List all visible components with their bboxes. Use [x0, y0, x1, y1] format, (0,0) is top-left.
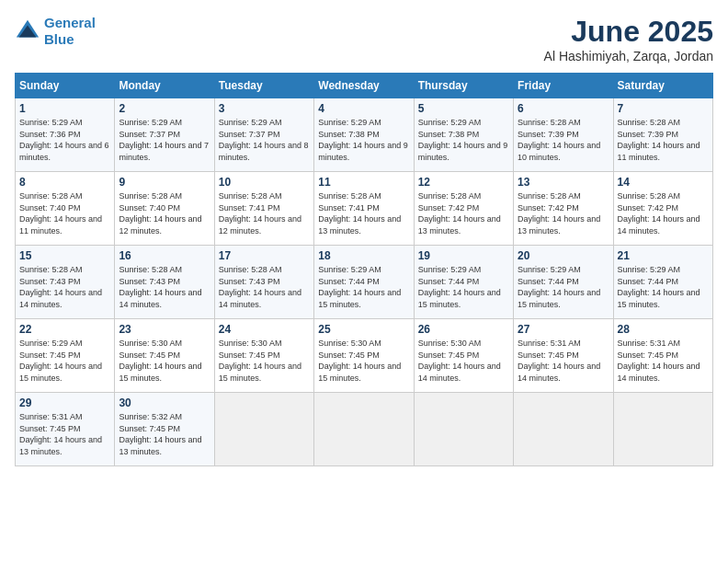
calendar-cell [314, 393, 414, 466]
calendar-cell: 10Sunrise: 5:28 AMSunset: 7:41 PMDayligh… [214, 172, 313, 246]
header-day-tuesday: Tuesday [214, 74, 313, 98]
calendar-cell: 19Sunrise: 5:29 AMSunset: 7:44 PMDayligh… [414, 246, 513, 319]
day-number: 14 [618, 176, 709, 189]
day-number: 24 [219, 323, 310, 336]
calendar-week-row: 29Sunrise: 5:31 AMSunset: 7:45 PMDayligh… [16, 393, 713, 466]
day-number: 3 [219, 102, 310, 115]
day-number: 9 [119, 176, 210, 189]
calendar-cell: 26Sunrise: 5:30 AMSunset: 7:45 PMDayligh… [414, 319, 513, 393]
day-number: 18 [318, 249, 409, 262]
day-info: Sunrise: 5:29 AMSunset: 7:44 PMDaylight:… [318, 264, 409, 310]
day-number: 22 [19, 323, 110, 336]
day-number: 10 [219, 176, 310, 189]
logo-text: General Blue [44, 15, 96, 48]
day-number: 2 [119, 102, 210, 115]
logo-line1: General [44, 15, 96, 30]
day-number: 8 [19, 176, 110, 189]
day-info: Sunrise: 5:29 AMSunset: 7:44 PMDaylight:… [618, 264, 709, 310]
calendar-cell: 27Sunrise: 5:31 AMSunset: 7:45 PMDayligh… [514, 319, 613, 393]
day-number: 5 [418, 102, 509, 115]
day-info: Sunrise: 5:28 AMSunset: 7:43 PMDaylight:… [219, 264, 310, 310]
day-info: Sunrise: 5:29 AMSunset: 7:37 PMDaylight:… [219, 117, 310, 163]
day-number: 23 [119, 323, 210, 336]
day-info: Sunrise: 5:28 AMSunset: 7:42 PMDaylight:… [618, 190, 709, 236]
day-info: Sunrise: 5:28 AMSunset: 7:41 PMDaylight:… [219, 190, 310, 236]
day-number: 30 [119, 396, 210, 409]
day-number: 21 [618, 249, 709, 262]
calendar-cell: 3Sunrise: 5:29 AMSunset: 7:37 PMDaylight… [214, 98, 313, 172]
day-info: Sunrise: 5:29 AMSunset: 7:44 PMDaylight:… [518, 264, 609, 310]
calendar-table: SundayMondayTuesdayWednesdayThursdayFrid… [15, 73, 713, 466]
day-number: 25 [318, 323, 409, 336]
calendar-cell: 12Sunrise: 5:28 AMSunset: 7:42 PMDayligh… [414, 172, 513, 246]
day-number: 17 [219, 249, 310, 262]
day-info: Sunrise: 5:28 AMSunset: 7:40 PMDaylight:… [19, 190, 110, 236]
logo-line2: Blue [44, 31, 74, 47]
logo: General Blue [15, 15, 96, 48]
day-number: 29 [19, 396, 110, 409]
calendar-cell: 28Sunrise: 5:31 AMSunset: 7:45 PMDayligh… [613, 319, 712, 393]
calendar-cell: 29Sunrise: 5:31 AMSunset: 7:45 PMDayligh… [16, 393, 115, 466]
day-number: 15 [19, 249, 110, 262]
calendar-cell: 4Sunrise: 5:29 AMSunset: 7:38 PMDaylight… [314, 98, 414, 172]
day-info: Sunrise: 5:31 AMSunset: 7:45 PMDaylight:… [618, 338, 709, 384]
day-number: 19 [418, 249, 509, 262]
day-number: 20 [518, 249, 609, 262]
calendar-cell [414, 393, 513, 466]
calendar-cell: 16Sunrise: 5:28 AMSunset: 7:43 PMDayligh… [115, 246, 214, 319]
header-day-monday: Monday [115, 74, 214, 98]
day-info: Sunrise: 5:28 AMSunset: 7:43 PMDaylight:… [119, 264, 210, 310]
header-day-thursday: Thursday [414, 74, 513, 98]
day-number: 12 [418, 176, 509, 189]
calendar-cell: 8Sunrise: 5:28 AMSunset: 7:40 PMDaylight… [16, 172, 115, 246]
calendar-cell [214, 393, 313, 466]
day-info: Sunrise: 5:31 AMSunset: 7:45 PMDaylight:… [19, 411, 110, 457]
day-info: Sunrise: 5:29 AMSunset: 7:36 PMDaylight:… [19, 117, 110, 163]
day-info: Sunrise: 5:28 AMSunset: 7:41 PMDaylight:… [318, 190, 409, 236]
header-day-saturday: Saturday [613, 74, 712, 98]
logo-icon [15, 18, 40, 44]
calendar-cell: 5Sunrise: 5:29 AMSunset: 7:38 PMDaylight… [414, 98, 513, 172]
calendar-cell: 7Sunrise: 5:28 AMSunset: 7:39 PMDaylight… [613, 98, 712, 172]
calendar-header-row: SundayMondayTuesdayWednesdayThursdayFrid… [16, 74, 713, 98]
day-info: Sunrise: 5:28 AMSunset: 7:39 PMDaylight:… [518, 117, 609, 163]
calendar-cell: 22Sunrise: 5:29 AMSunset: 7:45 PMDayligh… [16, 319, 115, 393]
header-day-friday: Friday [514, 74, 613, 98]
calendar-subtitle: Al Hashimiyah, Zarqa, Jordan [544, 49, 713, 63]
day-info: Sunrise: 5:30 AMSunset: 7:45 PMDaylight:… [318, 338, 409, 384]
calendar-cell: 24Sunrise: 5:30 AMSunset: 7:45 PMDayligh… [214, 319, 313, 393]
day-info: Sunrise: 5:30 AMSunset: 7:45 PMDaylight:… [418, 338, 509, 384]
calendar-week-row: 8Sunrise: 5:28 AMSunset: 7:40 PMDaylight… [16, 172, 713, 246]
day-info: Sunrise: 5:31 AMSunset: 7:45 PMDaylight:… [518, 338, 609, 384]
day-info: Sunrise: 5:29 AMSunset: 7:38 PMDaylight:… [318, 117, 409, 163]
calendar-cell: 13Sunrise: 5:28 AMSunset: 7:42 PMDayligh… [514, 172, 613, 246]
calendar-cell: 11Sunrise: 5:28 AMSunset: 7:41 PMDayligh… [314, 172, 414, 246]
day-number: 16 [119, 249, 210, 262]
day-info: Sunrise: 5:29 AMSunset: 7:45 PMDaylight:… [19, 338, 110, 384]
day-info: Sunrise: 5:28 AMSunset: 7:43 PMDaylight:… [19, 264, 110, 310]
calendar-cell: 21Sunrise: 5:29 AMSunset: 7:44 PMDayligh… [613, 246, 712, 319]
calendar-week-row: 1Sunrise: 5:29 AMSunset: 7:36 PMDaylight… [16, 98, 713, 172]
day-number: 7 [618, 102, 709, 115]
calendar-cell: 20Sunrise: 5:29 AMSunset: 7:44 PMDayligh… [514, 246, 613, 319]
calendar-title: June 2025 [544, 15, 713, 49]
day-info: Sunrise: 5:29 AMSunset: 7:37 PMDaylight:… [119, 117, 210, 163]
calendar-cell: 9Sunrise: 5:28 AMSunset: 7:40 PMDaylight… [115, 172, 214, 246]
calendar-cell [514, 393, 613, 466]
day-number: 1 [19, 102, 110, 115]
header-day-sunday: Sunday [16, 74, 115, 98]
calendar-cell: 30Sunrise: 5:32 AMSunset: 7:45 PMDayligh… [115, 393, 214, 466]
day-number: 27 [518, 323, 609, 336]
day-info: Sunrise: 5:28 AMSunset: 7:40 PMDaylight:… [119, 190, 210, 236]
calendar-cell: 2Sunrise: 5:29 AMSunset: 7:37 PMDaylight… [115, 98, 214, 172]
day-info: Sunrise: 5:30 AMSunset: 7:45 PMDaylight:… [219, 338, 310, 384]
calendar-cell: 18Sunrise: 5:29 AMSunset: 7:44 PMDayligh… [314, 246, 414, 319]
day-info: Sunrise: 5:28 AMSunset: 7:42 PMDaylight:… [518, 190, 609, 236]
title-area: June 2025 Al Hashimiyah, Zarqa, Jordan [544, 15, 713, 63]
header-day-wednesday: Wednesday [314, 74, 414, 98]
calendar-cell: 17Sunrise: 5:28 AMSunset: 7:43 PMDayligh… [214, 246, 313, 319]
day-number: 6 [518, 102, 609, 115]
header: General Blue June 2025 Al Hashimiyah, Za… [15, 15, 713, 63]
day-info: Sunrise: 5:30 AMSunset: 7:45 PMDaylight:… [119, 338, 210, 384]
calendar-cell: 14Sunrise: 5:28 AMSunset: 7:42 PMDayligh… [613, 172, 712, 246]
